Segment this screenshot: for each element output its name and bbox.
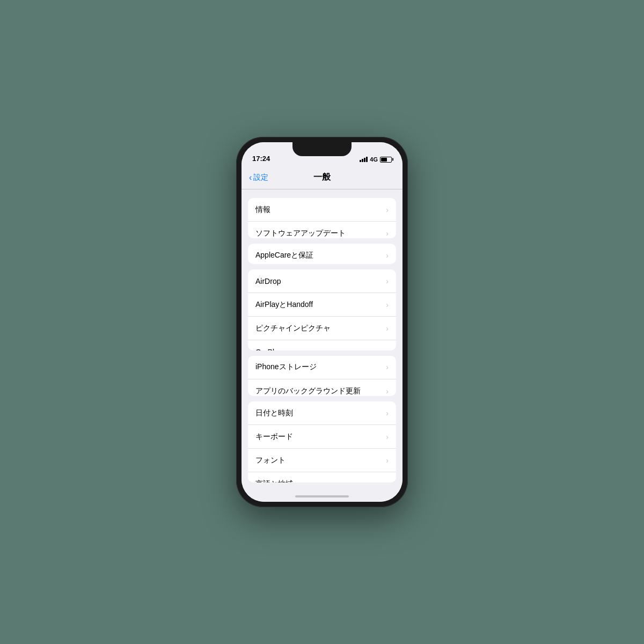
battery-fill bbox=[381, 158, 387, 162]
home-indicator bbox=[241, 491, 402, 502]
row-label-software: ソフトウェアアップデート bbox=[255, 229, 346, 238]
row-label-joho: 情報 bbox=[255, 205, 270, 215]
row-language[interactable]: 言語と地域 › bbox=[248, 472, 396, 482]
chevron-icon-carplay: › bbox=[386, 348, 389, 350]
signal-bars-icon bbox=[360, 157, 368, 162]
settings-group-5: 日付と時刻 › キーボード › フォント › 言語と地域 › bbox=[248, 401, 396, 482]
settings-content: 情報 › ソフトウェアアップデート › AppleCareと保証 › AirDr… bbox=[241, 189, 402, 491]
chevron-icon-airplay: › bbox=[386, 301, 389, 309]
row-label-language: 言語と地域 bbox=[255, 479, 293, 482]
row-label-storage: iPhoneストレージ bbox=[255, 362, 317, 372]
row-airplay[interactable]: AirPlayとHandoff › bbox=[248, 293, 396, 317]
chevron-icon-pip: › bbox=[386, 324, 389, 333]
row-software[interactable]: ソフトウェアアップデート › bbox=[248, 222, 396, 238]
row-font[interactable]: フォント › bbox=[248, 449, 396, 472]
phone-screen: 17:24 4G ‹ 設定 一般 bbox=[241, 142, 402, 502]
settings-group-3: AirDrop › AirPlayとHandoff › ピクチャインピクチャ ›… bbox=[248, 269, 396, 350]
phone-device: 17:24 4G ‹ 設定 一般 bbox=[236, 137, 408, 507]
back-button[interactable]: ‹ 設定 bbox=[249, 173, 268, 182]
row-label-pip: ピクチャインピクチャ bbox=[255, 324, 331, 333]
row-label-airplay: AirPlayとHandoff bbox=[255, 300, 313, 310]
chevron-icon-keyboard: › bbox=[386, 433, 389, 441]
chevron-icon-language: › bbox=[386, 480, 389, 482]
row-applecare[interactable]: AppleCareと保証 › bbox=[248, 244, 396, 264]
settings-group-2: AppleCareと保証 › bbox=[248, 244, 396, 264]
row-label-airdrop: AirDrop bbox=[255, 277, 281, 286]
chevron-icon-software: › bbox=[386, 229, 389, 238]
row-datetime[interactable]: 日付と時刻 › bbox=[248, 401, 396, 425]
row-airdrop[interactable]: AirDrop › bbox=[248, 269, 396, 293]
row-storage[interactable]: iPhoneストレージ › bbox=[248, 356, 396, 379]
row-joho[interactable]: 情報 › bbox=[248, 198, 396, 222]
status-icons: 4G bbox=[360, 156, 392, 163]
settings-group-4: iPhoneストレージ › アプリのバックグラウンド更新 › bbox=[248, 356, 396, 396]
row-pip[interactable]: ピクチャインピクチャ › bbox=[248, 317, 396, 340]
page-title: 一般 bbox=[313, 172, 331, 183]
chevron-icon-applecare: › bbox=[386, 251, 389, 260]
chevron-icon-joho: › bbox=[386, 206, 389, 214]
row-label-carplay: CarPlay bbox=[255, 348, 282, 350]
row-label-datetime: 日付と時刻 bbox=[255, 408, 293, 418]
row-label-applecare: AppleCareと保証 bbox=[255, 251, 313, 260]
settings-group-1: 情報 › ソフトウェアアップデート › bbox=[248, 198, 396, 238]
row-label-keyboard: キーボード bbox=[255, 432, 293, 442]
row-keyboard[interactable]: キーボード › bbox=[248, 425, 396, 449]
chevron-icon-font: › bbox=[386, 456, 389, 465]
row-label-font: フォント bbox=[255, 456, 286, 465]
home-bar bbox=[295, 495, 349, 497]
notch bbox=[292, 142, 352, 156]
navigation-bar: ‹ 設定 一般 bbox=[241, 166, 402, 189]
row-label-bg-refresh: アプリのバックグラウンド更新 bbox=[255, 386, 361, 396]
battery-icon bbox=[380, 157, 392, 163]
row-bg-refresh[interactable]: アプリのバックグラウンド更新 › bbox=[248, 379, 396, 396]
chevron-icon-airdrop: › bbox=[386, 277, 389, 286]
back-label: 設定 bbox=[253, 173, 268, 182]
chevron-icon-bg-refresh: › bbox=[386, 387, 389, 396]
chevron-icon-datetime: › bbox=[386, 409, 389, 418]
network-label: 4G bbox=[370, 156, 378, 163]
status-time: 17:24 bbox=[252, 155, 270, 163]
back-chevron-icon: ‹ bbox=[249, 173, 252, 182]
chevron-icon-storage: › bbox=[386, 363, 389, 371]
row-carplay[interactable]: CarPlay › bbox=[248, 340, 396, 350]
